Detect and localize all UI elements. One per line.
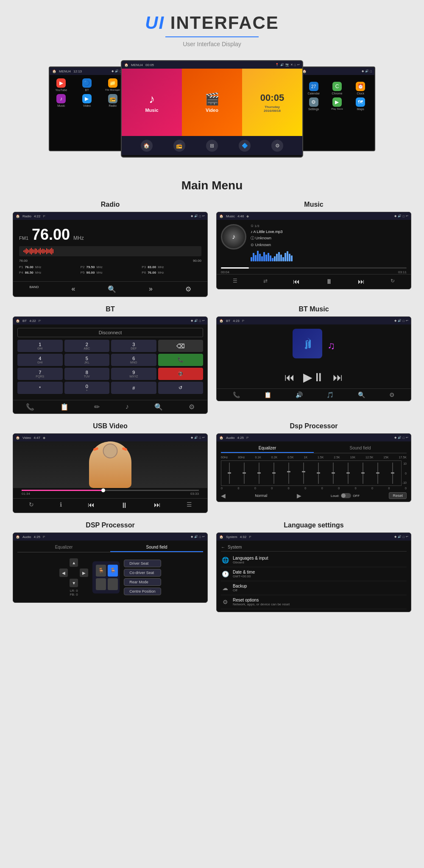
right-arrow-button[interactable]: ▶ (80, 568, 88, 577)
app-chrome[interactable]: C Chrome (326, 82, 347, 95)
bt-call-icon[interactable]: 📞 (26, 403, 34, 411)
band-button[interactable]: BAND (29, 285, 39, 293)
bt-next-button[interactable]: ⏭ (333, 372, 343, 383)
eq-bar-10k[interactable] (342, 463, 355, 484)
video-progress-bar[interactable] (22, 490, 199, 491)
video-prev-button[interactable]: ⏮ (88, 501, 95, 510)
video-play-button[interactable]: ⏸ (120, 501, 128, 510)
bt-key-4[interactable]: 4GHI (17, 354, 63, 366)
bt-play-pause-button[interactable]: ▶⏸ (303, 370, 324, 384)
dsp-tab-eq[interactable]: Equalizer (221, 444, 314, 453)
bt-edit-icon[interactable]: ✏ (94, 403, 100, 411)
eq-bar-1k[interactable] (297, 463, 310, 484)
clock-tile[interactable]: 00:05 Thursday2016/08/18 (242, 69, 302, 136)
bt-prev-button[interactable]: ⏮ (285, 372, 295, 383)
app-youtube[interactable]: ▶ YouTube (50, 78, 73, 92)
eq-bar-01k[interactable] (253, 463, 266, 484)
playlist-button[interactable]: ☰ (233, 278, 237, 286)
app-calendar[interactable]: 27 Calendar (303, 82, 324, 95)
down-arrow-button[interactable]: ▼ (70, 579, 78, 587)
app-music[interactable]: ♪ Music (50, 94, 73, 107)
left-arrow-button[interactable]: ◀ (59, 568, 68, 577)
video-next-button[interactable]: ⏭ (154, 501, 161, 510)
bt-key-0[interactable]: 0+ (64, 382, 110, 394)
dsp-sf-tab-sf[interactable]: Sound field (110, 543, 203, 552)
dsp-sf-tab-eq[interactable]: Equalizer (17, 543, 110, 552)
next-track-button[interactable]: ⏭ (358, 278, 365, 286)
settings-icon[interactable]: ⚙ (271, 140, 283, 152)
eq-bar-60hz[interactable] (223, 463, 236, 484)
music-tile[interactable]: ♪ Music (122, 69, 182, 136)
bt-key-star[interactable]: * (17, 382, 63, 394)
bt-key-1[interactable]: 1GHI (17, 340, 63, 352)
bt-key-refresh[interactable]: ↺ (158, 382, 204, 394)
home-icon[interactable]: 🏠 (141, 140, 153, 152)
bt-key-8[interactable]: 8TUV (64, 368, 110, 380)
app-maps[interactable]: 🗺 Maps (350, 97, 371, 111)
eq-bar-15k2[interactable] (371, 463, 385, 484)
bt-music-vol-icon[interactable]: 🔊 (296, 391, 303, 398)
driver-seat-button[interactable]: Driver Seat (124, 560, 161, 567)
bt-key-end[interactable]: 📵 (158, 368, 204, 380)
eq-reset-button[interactable]: Reset (389, 492, 407, 499)
bt-music-eq-icon[interactable]: 🎵 (326, 391, 334, 398)
bt-music-call-icon[interactable]: 📞 (233, 391, 240, 398)
lang-item-datetime[interactable]: 🕐 Date & time GMT+00:00 (221, 567, 407, 581)
video-info-button[interactable]: ℹ (60, 501, 62, 510)
eq-bar-175k[interactable] (386, 463, 399, 484)
dsp-tab-sf[interactable]: Sound field (314, 444, 407, 453)
bt-key-7[interactable]: 7PQRS (17, 368, 63, 380)
search-button[interactable]: 🔍 (108, 285, 116, 293)
app-play-store[interactable]: ▶ Play Store (326, 97, 347, 111)
bt-music-contact-icon[interactable]: 📋 (264, 391, 271, 398)
prev-track-button[interactable]: ⏮ (293, 278, 300, 286)
prev-button[interactable]: « (71, 285, 75, 293)
video-playlist-button[interactable]: ☰ (187, 501, 192, 510)
codriver-seat-button[interactable]: Co-driver Seat (124, 569, 161, 577)
app-bt[interactable]: 🔵 BT (75, 78, 99, 92)
eq-bar-25k[interactable] (327, 463, 340, 484)
eq-button[interactable]: ⚙ (185, 285, 191, 293)
eq-bar-15k[interactable] (312, 463, 325, 484)
bt-contact-icon[interactable]: 📋 (60, 403, 69, 411)
bt-key-backspace[interactable]: ⌫ (158, 340, 204, 352)
eq-bar-80hz[interactable] (238, 463, 251, 484)
bt-key-hash[interactable]: # (111, 382, 156, 394)
lang-item-language[interactable]: 🌐 Languages & input Gboard (221, 553, 407, 567)
lang-item-reset[interactable]: ⚙ Reset options Network, apps, or device… (221, 595, 407, 609)
video-tile[interactable]: 🎬 Video (182, 69, 242, 136)
bt-key-2[interactable]: 2ABC (64, 340, 110, 352)
lang-back-button[interactable]: ← System (221, 543, 407, 552)
bt-icon[interactable]: 🔷 (239, 140, 251, 152)
bt-settings-icon[interactable]: ⚙ (189, 403, 195, 411)
next-button[interactable]: » (149, 285, 153, 293)
loud-toggle[interactable]: Loud: OFF (331, 493, 360, 498)
bt-search-icon[interactable]: 🔍 (154, 403, 163, 411)
eq-play-button[interactable]: ▶ (297, 492, 301, 499)
bt-key-9[interactable]: 9WXYZ (111, 368, 156, 380)
eq-prev-button[interactable]: ◀ (221, 492, 226, 499)
apps-icon[interactable]: ⊞ (206, 140, 218, 152)
bt-music-icon[interactable]: ♪ (126, 403, 129, 411)
bt-key-6[interactable]: 6MNO (111, 354, 156, 366)
bt-key-call[interactable]: 📞 (158, 354, 204, 366)
bt-key-5[interactable]: 5JKL (64, 354, 110, 366)
eq-bar-05k[interactable] (282, 463, 296, 484)
eq-bar-02k[interactable] (268, 463, 281, 484)
centre-position-button[interactable]: Centre Position (124, 588, 161, 595)
video-loop-button[interactable]: ↻ (29, 501, 34, 510)
repeat-button[interactable]: ⇄ (263, 278, 268, 286)
rear-mode-button[interactable]: Rear Mode (124, 578, 161, 586)
bt-key-3[interactable]: 3DEF (111, 340, 156, 352)
app-settings[interactable]: ⚙ Settings (303, 97, 324, 111)
app-clock[interactable]: ⏰ Clock (350, 82, 371, 95)
radio-icon[interactable]: 📻 (173, 140, 185, 152)
app-video[interactable]: ▶ Video (75, 94, 99, 107)
up-arrow-button[interactable]: ▲ (70, 558, 78, 567)
pause-button[interactable]: ⏸ (326, 278, 332, 286)
bt-music-search-icon[interactable]: 🔍 (358, 391, 365, 398)
lang-item-backup[interactable]: ☁ Backup Off (221, 581, 407, 595)
bt-music-settings-icon[interactable]: ⚙ (389, 391, 395, 398)
loop-button[interactable]: ↻ (391, 278, 395, 286)
eq-bar-125k[interactable] (357, 463, 370, 484)
